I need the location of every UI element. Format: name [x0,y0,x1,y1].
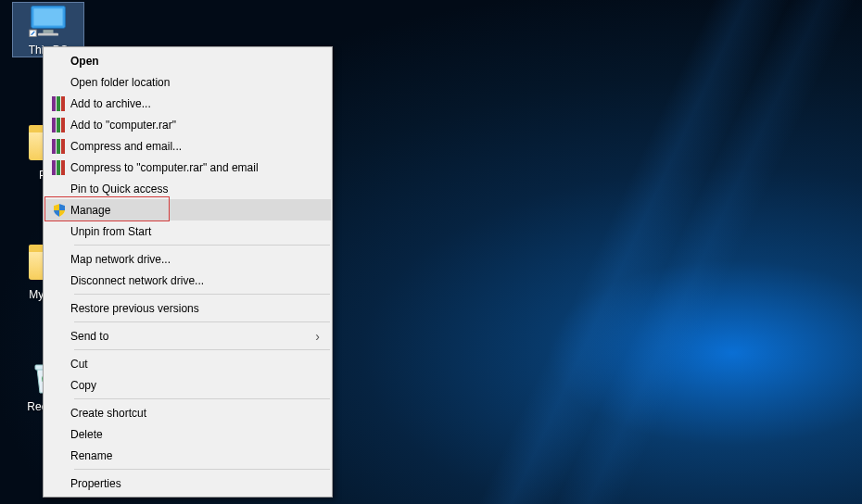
winrar-icon [48,139,70,154]
menu-item-delete[interactable]: Delete [44,423,331,445]
menu-item-label: Compress to "computer.rar" and email [70,161,303,174]
menu-item-label: Add to archive... [70,97,303,110]
menu-separator [74,245,330,246]
svg-rect-3 [38,33,58,36]
winrar-icon [48,96,70,111]
menu-separator [74,349,330,350]
menu-item-label: Map network drive... [70,253,303,266]
menu-item-cut[interactable]: Cut [44,353,331,374]
menu-item-label: Properties [70,477,303,490]
menu-item-restore-previous-versions[interactable]: Restore previous versions [44,297,331,319]
menu-item-create-shortcut[interactable]: Create shortcut [44,402,331,423]
menu-item-map-network-drive[interactable]: Map network drive... [44,248,331,270]
menu-item-pin-to-quick-access[interactable]: Pin to Quick access [44,178,331,199]
menu-item-label: Unpin from Start [70,225,303,238]
menu-item-unpin-from-start[interactable]: Unpin from Start [44,220,331,242]
shield-icon [48,203,70,218]
menu-item-label: Compress and email... [70,140,303,153]
menu-item-label: Rename [70,449,303,462]
menu-item-manage[interactable]: Manage [44,199,331,220]
menu-item-label: Manage [70,204,303,217]
menu-item-label: Open [70,55,303,68]
menu-item-copy[interactable]: Copy [44,374,331,396]
menu-item-add-to-computer-rar[interactable]: Add to "computer.rar" [44,114,331,135]
menu-item-disconnect-network-drive[interactable]: Disconnect network drive... [44,270,331,291]
menu-separator [74,398,330,399]
menu-item-rename[interactable]: Rename [44,445,331,466]
winrar-icon [48,160,70,175]
menu-item-open[interactable]: Open [44,50,331,71]
svg-rect-2 [44,30,54,33]
chevron-right-icon: › [315,329,320,344]
menu-item-label: Pin to Quick access [70,183,303,195]
menu-item-label: Delete [70,428,303,441]
context-menu: OpenOpen folder locationAdd to archive..… [43,46,333,498]
menu-item-label: Add to "computer.rar" [70,119,303,132]
menu-separator [74,469,330,470]
menu-item-add-to-archive[interactable]: Add to archive... [44,93,331,114]
menu-item-open-folder-location[interactable]: Open folder location [44,71,331,93]
menu-item-compress-to-computer-rar-and-email[interactable]: Compress to "computer.rar" and email [44,157,331,178]
menu-separator [74,294,330,295]
menu-item-label: Restore previous versions [70,302,303,315]
menu-item-label: Open folder location [70,76,303,89]
menu-item-label: Copy [70,379,303,392]
svg-rect-1 [33,8,62,25]
winrar-icon [48,118,70,132]
menu-item-label: Disconnect network drive... [70,274,303,287]
menu-item-label: Cut [70,358,303,371]
menu-item-label: Create shortcut [70,407,303,420]
menu-separator [74,321,330,322]
menu-item-compress-and-email[interactable]: Compress and email... [44,135,331,157]
menu-item-send-to[interactable]: Send to› [44,325,331,346]
menu-item-label: Send to [70,330,303,343]
this-pc-icon [26,3,70,40]
menu-item-properties[interactable]: Properties [44,472,331,494]
